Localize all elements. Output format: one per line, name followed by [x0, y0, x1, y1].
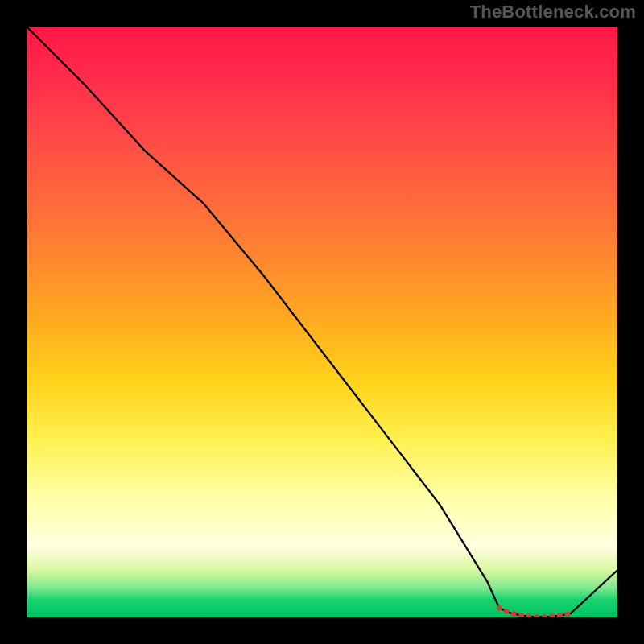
bottleneck-curve	[27, 27, 617, 617]
plot-area	[27, 27, 617, 617]
chart-frame: TheBottleneck.com	[0, 0, 644, 644]
plot-svg	[27, 27, 617, 617]
watermark-text: TheBottleneck.com	[470, 2, 636, 23]
